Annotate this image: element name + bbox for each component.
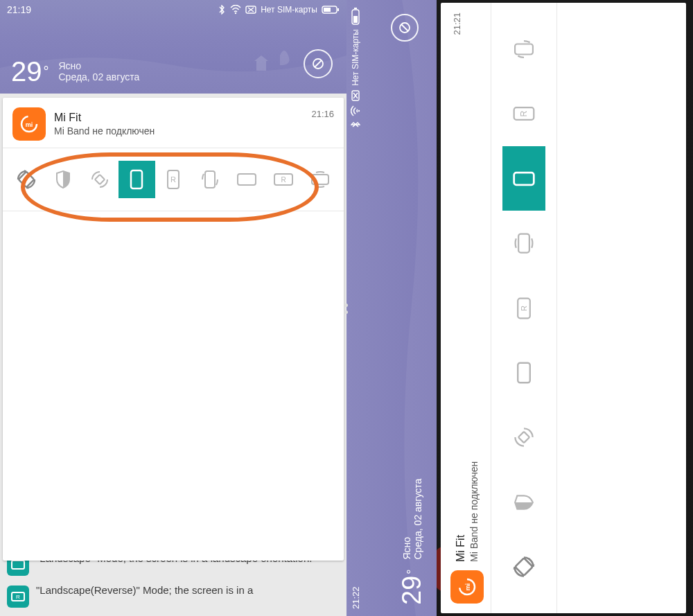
weather-date: Среда, 02 августа: [59, 71, 140, 82]
shield-half-icon: [514, 494, 534, 511]
portrait-sensor-icon: [512, 39, 536, 59]
landscape-sensor-icon: [309, 171, 331, 188]
notification-shade-header: 21:19 Нет SIM-карты 29° Ясно Среда, 02 а…: [0, 0, 346, 94]
battery-icon: [322, 6, 340, 14]
svg-rect-24: [312, 175, 328, 184]
pager-dots: [344, 303, 348, 314]
mode-landscape[interactable]: [502, 340, 545, 405]
bluetooth-icon: [351, 121, 360, 129]
no-sim-icon: [351, 90, 360, 101]
notification-time: 21:16: [311, 109, 334, 119]
svg-point-1: [235, 12, 236, 14]
mode-portrait-sensor[interactable]: [191, 161, 228, 198]
svg-rect-46: [518, 363, 530, 383]
svg-text:R: R: [519, 111, 529, 117]
do-not-disturb-icon: [312, 58, 324, 70]
mi-fit-app-icon: mi: [12, 107, 46, 141]
svg-text:R: R: [520, 306, 528, 311]
svg-rect-39: [353, 16, 358, 23]
weather-date: Среда, 02 августа: [412, 479, 423, 560]
status-time: 21:19: [7, 4, 31, 15]
weather-condition: Ясно: [401, 479, 412, 560]
bluetooth-icon: [218, 5, 226, 15]
status-bar: 21:19 Нет SIM-карты: [0, 0, 346, 19]
hint-text-2: "Landscape(Reverse)" Mode; the screen is…: [36, 584, 253, 596]
do-not-disturb-icon: [398, 21, 411, 34]
svg-rect-16: [95, 175, 105, 184]
no-sim-icon: [245, 6, 256, 14]
rotate-both-icon: [513, 426, 535, 448]
portrait-icon: [512, 171, 536, 186]
landscape-reverse-chip-icon: R: [7, 586, 29, 608]
status-time: 21:22: [351, 586, 361, 609]
svg-rect-17: [131, 170, 142, 188]
svg-rect-38: [354, 8, 357, 9]
mode-landscape-sensor[interactable]: [301, 161, 338, 198]
status-sim-text: Нет SIM-карты: [351, 29, 360, 86]
svg-point-33: [358, 110, 360, 112]
landscape-inner: Поиск Популярное YouTube YouTube Популяр…: [346, 0, 693, 616]
mode-portrait[interactable]: [502, 146, 545, 211]
mode-guard[interactable]: [502, 470, 545, 534]
svg-rect-10: [12, 561, 24, 569]
notification-row[interactable]: mi Mi Fit Mi Band не подключен 21:21: [441, 3, 491, 613]
mode-landscape[interactable]: [228, 161, 265, 198]
landscape-reverse-r-icon: R: [273, 173, 294, 186]
portrait-reverse-r-icon: R: [512, 106, 536, 121]
degree-symbol: °: [44, 64, 49, 80]
notification-time: 21:21: [452, 12, 462, 35]
svg-text:mi: mi: [464, 583, 471, 591]
mode-auto-rotate[interactable]: [502, 535, 545, 599]
mode-portrait-sensor[interactable]: [502, 17, 545, 81]
svg-line-41: [401, 24, 408, 31]
degree-symbol: °: [405, 570, 419, 574]
svg-rect-6: [337, 8, 339, 11]
orientation-toggle-row: R R: [491, 3, 556, 613]
notification-body: Mi Band не подключен: [468, 44, 480, 562]
mode-rotate-free[interactable]: [502, 405, 545, 470]
mode-portrait-reverse[interactable]: R: [155, 161, 192, 198]
auto-rotate-icon: [511, 554, 536, 579]
mode-portrait[interactable]: [119, 161, 155, 198]
rotate-both-icon: [90, 170, 109, 189]
landscape-icon: [516, 361, 532, 385]
notification-card[interactable]: mi Mi Fit Mi Band не подключен 21:16: [3, 98, 344, 561]
portrait-sensor-icon: [201, 169, 219, 190]
phone-landscape-rotated: Поиск Популярное YouTube YouTube Популяр…: [346, 0, 693, 616]
separator: [3, 211, 344, 211]
mode-guard[interactable]: [45, 161, 82, 198]
svg-rect-7: [324, 8, 331, 12]
svg-rect-49: [518, 234, 529, 253]
notification-title: Mi Fit: [54, 112, 303, 124]
battery-icon: [351, 7, 360, 25]
mode-landscape-sensor[interactable]: [502, 211, 545, 275]
comparison-stage: 21:19 Нет SIM-карты 29° Ясно Среда, 02 а…: [0, 0, 693, 616]
weather-temp: 29: [11, 58, 42, 85]
notification-row[interactable]: mi Mi Fit Mi Band не подключен 21:16: [3, 98, 344, 148]
notification-card[interactable]: mi Mi Fit Mi Band не подключен 21:21: [441, 3, 686, 613]
svg-rect-20: [205, 171, 215, 188]
separator: [556, 3, 557, 613]
shield-half-icon: [55, 170, 71, 189]
wifi-icon: [230, 5, 241, 15]
svg-rect-21: [238, 174, 256, 185]
settings-shade-button[interactable]: [304, 49, 333, 78]
settings-shade-button[interactable]: [391, 14, 419, 42]
orientation-toggle-row: R R: [3, 148, 344, 211]
mode-rotate-free[interactable]: [82, 161, 119, 198]
svg-rect-53: [515, 44, 533, 54]
mode-landscape-reverse[interactable]: R: [265, 161, 301, 198]
svg-text:R: R: [170, 175, 176, 184]
portrait-icon: [130, 169, 143, 190]
svg-rect-45: [518, 432, 529, 443]
notification-shade-header: 21:22 Нет SIM-карты 29° Ясно Среда, 02 а…: [346, 0, 437, 616]
weather-temp: 29: [397, 576, 427, 605]
svg-rect-0: [256, 61, 266, 71]
svg-text:R: R: [281, 176, 286, 184]
mi-fit-app-icon: mi: [450, 570, 484, 604]
status-sim-text: Нет SIM-карты: [261, 5, 317, 15]
svg-rect-50: [514, 173, 534, 185]
mode-landscape-reverse[interactable]: R: [502, 276, 545, 340]
mode-portrait-reverse[interactable]: R: [502, 82, 545, 146]
mode-auto-rotate[interactable]: [8, 161, 45, 198]
